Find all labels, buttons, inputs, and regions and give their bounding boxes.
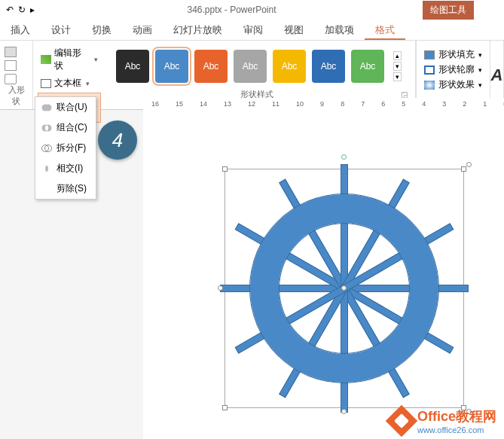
ribbon-tabs: 插入 设计 切换 动画 幻灯片放映 审阅 视图 加载项 格式 — [0, 20, 504, 41]
shape-outline-button[interactable]: 形状轮廓▾ — [424, 63, 482, 76]
drawing-tools-tab[interactable]: 绘图工具 — [423, 1, 474, 20]
merge-subtract[interactable]: 剪除(S) — [35, 178, 96, 199]
tab-review[interactable]: 审阅 — [233, 20, 273, 40]
wordart-icon[interactable]: A — [491, 66, 503, 85]
textbox-button[interactable]: 文本框▾ — [38, 75, 101, 91]
tab-view[interactable]: 视图 — [273, 20, 314, 40]
slide-canvas[interactable]: Office教程网 www.office26.com — [143, 110, 504, 439]
tab-animation[interactable]: 动画 — [122, 20, 163, 40]
style-swatch[interactable]: Abc — [194, 50, 228, 83]
tab-slideshow[interactable]: 幻灯片放映 — [163, 20, 233, 40]
style-swatch[interactable]: Abc — [351, 50, 384, 83]
document-title: 346.pptx - PowerPoint — [41, 5, 423, 15]
shape-fill-icon — [424, 50, 435, 59]
shape-handle[interactable] — [466, 162, 472, 167]
shape-handle[interactable] — [341, 409, 347, 414]
watermark-url: www.office26.com — [417, 425, 496, 434]
shape-effects-button[interactable]: 形状效果▾ — [424, 78, 482, 91]
tab-insert[interactable]: 插入 — [0, 20, 41, 40]
style-swatch[interactable]: Abc — [234, 50, 267, 83]
merge-intersect[interactable]: 相交(I) — [35, 158, 96, 178]
svg-point-6 — [45, 125, 48, 130]
shape-effects-icon — [424, 81, 435, 90]
textbox-icon — [41, 79, 51, 88]
tab-format[interactable]: 格式 — [365, 20, 405, 40]
shape-handle[interactable] — [218, 285, 223, 291]
insert-shapes-label: 入形状 — [5, 84, 28, 107]
merge-combine[interactable]: 组合(C) — [35, 117, 96, 138]
watermark: Office教程网 www.office26.com — [390, 407, 496, 434]
repeat-icon[interactable]: ↻ — [18, 5, 26, 15]
gallery-down-icon[interactable]: ▾ — [393, 62, 402, 71]
merge-union[interactable]: 联合(U) — [35, 97, 96, 117]
edit-shape-button[interactable]: 编辑形状▾ — [38, 45, 101, 74]
merge-fragment[interactable]: 拆分(F) — [35, 138, 96, 158]
gallery-up-icon[interactable]: ▴ — [393, 51, 402, 60]
gallery-more-icon[interactable]: ▾ — [393, 72, 402, 81]
intersect-icon — [41, 163, 52, 174]
tab-addins[interactable]: 加载项 — [314, 20, 365, 40]
union-icon — [41, 102, 52, 113]
fragment-icon — [41, 143, 52, 154]
edit-shape-icon — [41, 55, 51, 64]
resize-handle[interactable] — [222, 166, 228, 172]
undo-icon[interactable]: ↶ — [6, 5, 14, 15]
selection-box[interactable] — [225, 169, 464, 408]
style-swatch[interactable]: Abc — [273, 50, 306, 83]
shape-handle[interactable] — [341, 285, 347, 291]
office-logo-icon — [386, 405, 417, 437]
tab-design[interactable]: 设计 — [41, 20, 81, 40]
combine-icon — [41, 123, 52, 133]
tab-transition[interactable]: 切换 — [81, 20, 122, 40]
start-from-beginning-icon[interactable]: ▸ — [30, 5, 35, 15]
resize-handle[interactable] — [222, 405, 228, 410]
shape-preset-icon[interactable] — [5, 47, 17, 57]
shape-preset-icon[interactable] — [5, 74, 17, 84]
svg-point-9 — [45, 166, 48, 172]
watermark-title: Office教程网 — [417, 407, 496, 425]
shape-styles-gallery[interactable]: Abc Abc Abc Abc Abc Abc Abc ▴ ▾ ▾ — [110, 44, 411, 89]
step-badge: 4 — [98, 120, 137, 160]
subtract-icon — [41, 184, 52, 194]
svg-point-3 — [45, 104, 52, 111]
style-swatch[interactable]: Abc — [155, 50, 188, 83]
rotate-handle[interactable] — [341, 154, 347, 160]
resize-handle[interactable] — [461, 166, 466, 172]
shape-fill-button[interactable]: 形状填充▾ — [424, 48, 482, 61]
shape-preset-icon[interactable] — [5, 60, 17, 71]
merge-shapes-menu: 联合(U) 组合(C) 拆分(F) 相交(I) 剪除(S) — [35, 96, 96, 200]
horizontal-ruler: 161514131211109876543210 — [143, 98, 504, 110]
style-swatch[interactable]: Abc — [312, 50, 345, 83]
title-bar: ↶ ↻ ▸ 346.pptx - PowerPoint 绘图工具 — [0, 0, 504, 20]
shape-outline-icon — [424, 66, 435, 75]
style-swatch[interactable]: Abc — [116, 50, 149, 83]
